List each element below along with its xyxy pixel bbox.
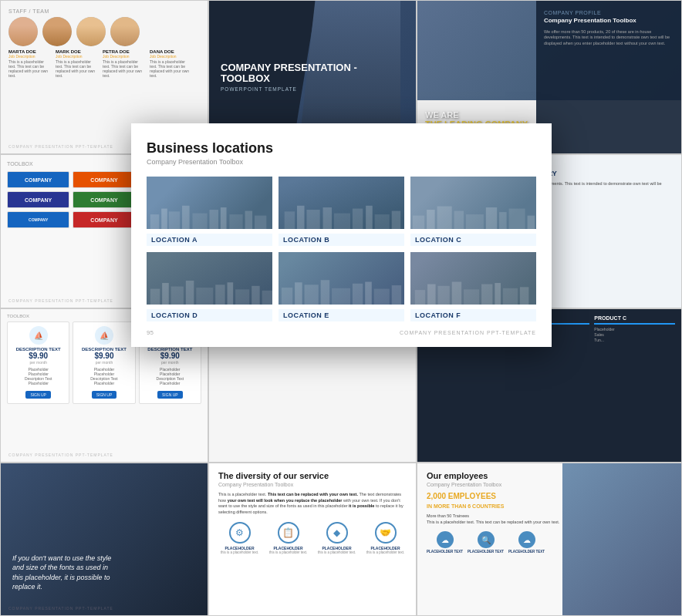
- svg-rect-17: [375, 214, 390, 229]
- slide-pricing-footer: COMPANY PRESENTATION PPT-TEMPLATE: [8, 453, 113, 457]
- svg-rect-28: [150, 289, 160, 305]
- hero-subtitle: POWERPOINT TEMPLATE: [221, 86, 404, 92]
- diversity-text: This is a placeholder text. This text ca…: [218, 492, 407, 516]
- emp-icon-2: 🔍 PLACEHOLDER TEXT: [468, 531, 504, 554]
- svg-rect-32: [196, 288, 213, 305]
- svg-rect-49: [437, 286, 449, 305]
- location-img-f: [410, 252, 536, 305]
- svg-rect-20: [427, 210, 435, 229]
- svg-rect-50: [452, 282, 461, 305]
- svg-rect-23: [466, 214, 484, 229]
- svg-rect-18: [392, 211, 401, 229]
- diversity-subtitle: Company Presentation Toolbox: [218, 482, 407, 487]
- slide-leading-img: [536, 216, 681, 308]
- diversity-icon-4: 🤝 PLACEHOLDER this is a placeholder text…: [364, 522, 407, 554]
- leading-line1: WE ARE: [425, 110, 459, 119]
- modal-footer-label: COMPANY PRESENTATION PPT-TEMPLATE: [400, 330, 536, 335]
- pricing-period-3: per month: [143, 360, 198, 365]
- pricing-icon-2: ⛵: [95, 326, 113, 345]
- svg-rect-53: [495, 283, 501, 305]
- product-col-c: PRODUCT C Placeholder Sales Tun...: [594, 315, 675, 343]
- team-member-mark: MARK DOE Job Description This is a place…: [56, 49, 98, 78]
- logo-item-7: COMPANY: [7, 211, 69, 228]
- pricing-card-1: ⛵ DESCRIPTION TEXT $9.90 per month Place…: [7, 321, 69, 404]
- logo-item-4: COMPANY: [7, 191, 69, 208]
- locations-grid: LOCATION A LOCATION B: [147, 177, 536, 321]
- diversity-icon-label-4: PLACEHOLDER: [364, 546, 407, 550]
- svg-rect-16: [366, 206, 373, 229]
- svg-rect-43: [353, 284, 363, 305]
- product-header-c: PRODUCT C: [594, 315, 675, 325]
- svg-rect-8: [245, 211, 253, 229]
- location-label-d: LOCATION D: [147, 309, 272, 321]
- svg-rect-7: [229, 214, 242, 229]
- svg-rect-1: [161, 209, 167, 229]
- diversity-icon-label-1: PLACEHOLDER: [218, 546, 261, 550]
- business-locations-modal: Business locations Company Presentation …: [131, 123, 552, 347]
- emp-icon-label-3: PLACEHOLDER TEXT: [508, 550, 545, 554]
- svg-rect-48: [427, 284, 436, 305]
- svg-rect-45: [374, 289, 390, 305]
- avatar-petra: [76, 17, 106, 46]
- hero-text: COMPANY PRESENTATION - TOOLBOX POWERPOIN…: [221, 62, 404, 93]
- diversity-icon-desc-1: this is a placeholder text.: [218, 550, 261, 554]
- team-member-dana: DANA DOE Job Description This is a place…: [150, 49, 192, 78]
- svg-rect-11: [297, 206, 305, 229]
- diversity-icon-desc-4: this is a placeholder text.: [364, 550, 407, 554]
- slide-employees: Our employees Company Presentation Toolb…: [417, 463, 682, 616]
- location-label-e: LOCATION E: [279, 309, 404, 321]
- slide-toolbox-dark: If you don't want to use the style and s…: [0, 463, 208, 616]
- location-img-a: [147, 177, 272, 229]
- skyline-e: [279, 278, 404, 305]
- svg-rect-21: [437, 207, 452, 229]
- team-names: MARTA DOE Job Description This is a plac…: [8, 49, 200, 78]
- toolbox-text: If you don't want to use the style and s…: [12, 554, 120, 592]
- location-card-e: LOCATION E: [279, 252, 404, 321]
- svg-rect-9: [255, 216, 266, 229]
- avatar-marta: [8, 17, 38, 46]
- team-avatars: [8, 17, 200, 46]
- skyline-b: [279, 203, 404, 229]
- svg-rect-51: [464, 289, 479, 305]
- svg-rect-14: [334, 214, 350, 229]
- location-label-c: LOCATION C: [410, 234, 536, 246]
- pricing-price-3: $9.90: [143, 352, 198, 360]
- svg-rect-46: [392, 285, 401, 305]
- location-card-d: LOCATION D: [147, 252, 272, 321]
- team-member-marta: MARTA DOE Job Description This is a plac…: [8, 49, 51, 78]
- employees-desc: More than 50 TraineesThis is a placehold…: [427, 513, 672, 525]
- svg-rect-41: [321, 280, 330, 305]
- pricing-price-1: $9.90: [11, 352, 66, 360]
- location-label-a: LOCATION A: [147, 234, 272, 246]
- location-card-f: LOCATION F: [410, 252, 536, 321]
- svg-rect-26: [509, 209, 525, 229]
- svg-rect-12: [306, 210, 319, 229]
- svg-rect-35: [235, 289, 249, 305]
- diversity-icon-circle-4: 🤝: [375, 522, 397, 544]
- diversity-icon-desc-2: this is a placeholder text.: [267, 550, 309, 554]
- skyline-d: [147, 278, 272, 305]
- logo-item-8: COMPANY: [73, 211, 135, 228]
- svg-rect-44: [365, 282, 372, 305]
- pricing-period-2: per month: [76, 360, 131, 365]
- pricing-price-2: $9.90: [76, 352, 131, 360]
- skyline-f: [410, 278, 536, 305]
- diversity-icon-2: 📋 PLACEHOLDER this is a placeholder text…: [267, 522, 309, 554]
- team-member-petra: PETRA DOE Job Description This is a plac…: [103, 49, 145, 78]
- hero-title: COMPANY PRESENTATION - TOOLBOX: [221, 62, 404, 85]
- location-card-b: LOCATION B: [279, 177, 404, 246]
- modal-page-number: 95: [147, 329, 154, 336]
- modal-subtitle: Company Presentation Toolbox: [147, 158, 536, 166]
- svg-rect-13: [323, 207, 333, 229]
- emp-icon-img-2: 🔍: [478, 531, 495, 548]
- svg-rect-33: [215, 284, 225, 305]
- avatar-dana: [110, 17, 140, 46]
- diversity-icon-desc-3: this is a placeholder text.: [316, 550, 358, 554]
- svg-rect-39: [295, 282, 302, 305]
- svg-rect-36: [252, 286, 260, 305]
- skyline-a: [147, 203, 272, 229]
- emp-icon-img-1: ☁: [437, 531, 454, 548]
- emp-icon-1: ☁ PLACEHOLDER TEXT: [427, 531, 463, 554]
- svg-rect-2: [169, 211, 180, 229]
- slide-team-footer: COMPANY PRESENTATION PPT-TEMPLATE: [8, 144, 113, 149]
